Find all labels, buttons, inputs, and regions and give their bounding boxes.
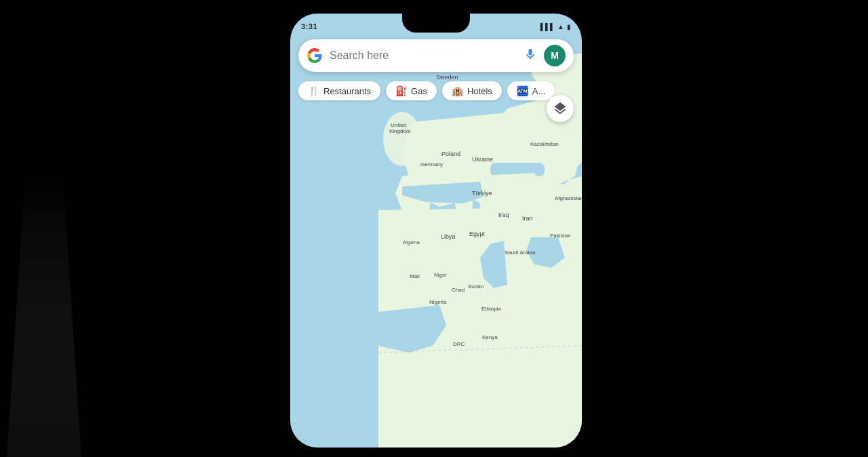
svg-text:Libya: Libya xyxy=(441,233,456,240)
user-avatar[interactable]: M xyxy=(544,45,566,66)
svg-text:Kenya: Kenya xyxy=(482,334,498,340)
mic-icon xyxy=(524,47,537,61)
chip-atm-label: A... xyxy=(532,86,546,96)
svg-text:Nigeria: Nigeria xyxy=(429,299,447,305)
wifi-icon: ▲ xyxy=(557,23,564,31)
svg-text:Türkiye: Türkiye xyxy=(472,190,492,197)
svg-text:United: United xyxy=(391,122,406,128)
mic-button[interactable] xyxy=(524,47,537,64)
svg-text:Iran: Iran xyxy=(522,215,533,222)
svg-text:Pakistan: Pakistan xyxy=(550,233,571,239)
phone-notch xyxy=(402,14,470,33)
signal-icon: ▌▌▌ xyxy=(540,23,555,31)
svg-text:Sudan: Sudan xyxy=(468,283,484,290)
svg-text:Iraq: Iraq xyxy=(498,212,509,218)
phone-body: Finland Sweden Norway United Kingdom Pol… xyxy=(290,14,582,448)
svg-text:Chad: Chad xyxy=(452,287,465,293)
google-logo-icon xyxy=(307,47,323,64)
svg-text:Algeria: Algeria xyxy=(403,239,420,245)
finger-overlay xyxy=(0,152,156,457)
layers-icon xyxy=(553,101,568,116)
svg-text:Germany: Germany xyxy=(420,161,443,167)
svg-text:Afghanistan: Afghanistan xyxy=(555,195,582,201)
search-bar[interactable]: Search here M xyxy=(298,39,574,72)
chips-row: 🍴 Restaurants ⛽ Gas 🏨 Hotels 🏧 A... xyxy=(290,77,582,104)
restaurant-icon: 🍴 xyxy=(308,85,319,96)
svg-text:Kazakhstan: Kazakhstan xyxy=(530,141,559,147)
chip-hotels[interactable]: 🏨 Hotels xyxy=(442,81,502,100)
chip-hotels-label: Hotels xyxy=(467,86,492,96)
chip-gas[interactable]: ⛽ Gas xyxy=(386,81,437,100)
battery-icon: ▮ xyxy=(567,23,571,31)
svg-text:Ethiopia: Ethiopia xyxy=(481,306,501,312)
map-layers-button[interactable] xyxy=(547,95,574,122)
chip-restaurants-label: Restaurants xyxy=(323,86,371,96)
hotel-icon: 🏨 xyxy=(452,85,463,96)
svg-text:Kingdom: Kingdom xyxy=(389,128,411,134)
svg-text:Ukraine: Ukraine xyxy=(472,156,493,163)
chip-gas-label: Gas xyxy=(411,86,427,96)
maps-ui: Search here M 🍴 Restaurants ⛽ xyxy=(290,34,582,104)
atm-icon: 🏧 xyxy=(517,85,528,96)
gas-icon: ⛽ xyxy=(395,85,407,96)
chip-restaurants[interactable]: 🍴 Restaurants xyxy=(298,81,380,100)
scene: Finland Sweden Norway United Kingdom Pol… xyxy=(0,0,868,457)
status-time: 3:31 xyxy=(301,22,317,31)
svg-text:Poland: Poland xyxy=(441,151,460,157)
chip-atm[interactable]: 🏧 A... xyxy=(507,81,555,100)
svg-text:Niger: Niger xyxy=(434,272,447,278)
svg-text:Mali: Mali xyxy=(410,273,420,279)
finger-shape xyxy=(7,172,81,457)
svg-text:Saudi Arabia: Saudi Arabia xyxy=(505,250,536,256)
status-icons: ▌▌▌ ▲ ▮ xyxy=(540,23,571,31)
svg-text:DRC: DRC xyxy=(453,341,465,347)
svg-text:Egypt: Egypt xyxy=(469,231,486,237)
search-placeholder: Search here xyxy=(330,49,517,62)
